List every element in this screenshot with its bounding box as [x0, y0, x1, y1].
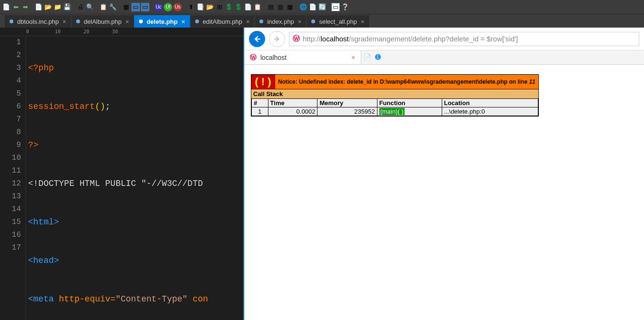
refresh-icon[interactable]: 🔄 — [318, 3, 327, 11]
badge-f-icon[interactable]: Uf — [164, 3, 172, 11]
grid-icon[interactable]: ▦ — [122, 3, 130, 11]
wamp-icon: Ⓦ — [292, 35, 300, 43]
cell-memory: 235952 — [317, 107, 377, 116]
tab-dbtools[interactable]: dbtools.inc.php × — [5, 15, 71, 28]
misc6-icon[interactable]: 💲 — [234, 3, 243, 11]
save-icon[interactable]: 💾 — [63, 3, 71, 11]
code-area[interactable]: <?php session_start(); ?> <!DOCTYPE HTML… — [26, 36, 243, 320]
main-toolbar: 📄 ⬅ ➡ 📄 📂 📁 💾 🖨 🔍 📋 🔧 ▦ ▭ ▭ Uc Uf Us ⬆ 📑… — [0, 0, 644, 14]
callstack-table: # Time Memory Function Location 1 0.0002… — [251, 98, 538, 116]
panel3-icon[interactable]: ▭ — [331, 3, 340, 11]
print-icon[interactable]: 🖨 — [76, 3, 85, 11]
misc1-icon[interactable]: ⬆ — [187, 3, 195, 11]
tab-close-icon[interactable]: × — [126, 18, 129, 25]
modified-dot-icon — [259, 19, 263, 23]
cell-function: {main}( ) — [377, 107, 442, 116]
url-text: http://localhost/sgrademangement/delete.… — [303, 35, 518, 43]
misc3-icon[interactable]: 📂 — [206, 3, 214, 11]
arrow-left-icon — [253, 35, 261, 43]
preview-icon[interactable]: 🔍 — [86, 3, 94, 11]
misc4-icon[interactable]: ⊞ — [215, 3, 224, 11]
warning-icon: ( ! ) — [251, 75, 275, 89]
tab-delalbum[interactable]: delAlbum.php × — [71, 15, 134, 28]
badge-s-icon[interactable]: Us — [173, 3, 182, 11]
line-gutter: 1234567891011121314151617 — [0, 36, 26, 320]
misc7-icon[interactable]: 📄 — [244, 3, 252, 11]
modified-dot-icon — [195, 19, 199, 23]
table-header-row: # Time Memory Function Location — [252, 99, 538, 107]
xdebug-header: ( ! ) Notice: Undefined index: delete_id… — [251, 75, 538, 89]
function-link[interactable]: {main}( ) — [379, 108, 405, 115]
tab-close-icon[interactable]: × — [298, 18, 302, 25]
browser-tab-close-icon[interactable]: × — [351, 54, 355, 61]
th-memory: Memory — [317, 99, 377, 107]
browser-tab-bar: Ⓦ localhost × 📄 🅔 — [244, 50, 644, 65]
th-function: Function — [377, 99, 442, 107]
forward-button[interactable] — [269, 31, 285, 47]
browser-nav: Ⓦ http://localhost/sgrademangement/delet… — [244, 28, 644, 50]
tool1-icon[interactable]: 📋 — [99, 3, 108, 11]
url-bar[interactable]: Ⓦ http://localhost/sgrademangement/delet… — [289, 32, 639, 46]
editor-pane: 0 10 20 30 1234567891011121314151617 <?p… — [0, 28, 244, 320]
browser-mini-toolbar: 📄 🅔 — [361, 53, 384, 62]
misc8-icon[interactable]: 📋 — [253, 3, 262, 11]
cell-time: 0.0002 — [268, 107, 317, 116]
ruler: 0 10 20 30 — [0, 28, 243, 36]
nav-back-icon[interactable]: ⬅ — [11, 3, 20, 11]
browser-pane: Ⓦ http://localhost/sgrademangement/delet… — [244, 28, 644, 320]
browser-tab-title: localhost — [260, 54, 287, 61]
new-file-icon[interactable]: 📄 — [2, 3, 10, 11]
nav-fwd-icon[interactable]: ➡ — [21, 3, 30, 11]
tab-close-icon[interactable]: × — [361, 18, 365, 25]
tab-selectall[interactable]: select_all.php × — [307, 15, 369, 28]
tab-label: delete.php — [147, 18, 178, 25]
view1-icon[interactable]: ▤ — [267, 3, 275, 11]
tab-close-icon[interactable]: × — [62, 18, 66, 25]
tab-label: dbtools.inc.php — [17, 18, 59, 25]
modified-dot-icon — [139, 19, 143, 23]
tab-label: select_all.php — [319, 18, 357, 25]
tab-close-icon[interactable]: × — [181, 18, 185, 25]
help-icon[interactable]: ❔ — [341, 3, 349, 11]
editor-body[interactable]: 1234567891011121314151617 <?php session_… — [0, 36, 243, 320]
globe-icon[interactable]: 🌐 — [299, 3, 307, 11]
tab-editalbum[interactable]: editAlbum.php × — [190, 15, 255, 28]
tool2-icon[interactable]: 🔧 — [109, 3, 117, 11]
modified-dot-icon — [311, 19, 315, 23]
tab-label: delAlbum.php — [84, 18, 122, 25]
file-tab-bar: dbtools.inc.php × delAlbum.php × delete.… — [0, 14, 644, 28]
wamp-icon: Ⓦ — [250, 53, 257, 62]
badge-c-icon[interactable]: Uc — [154, 3, 163, 11]
callstack-label: Call Stack — [251, 89, 538, 98]
modified-dot-icon — [10, 19, 13, 23]
xdebug-message: Notice: Undefined index: delete_id in D:… — [275, 78, 538, 85]
tab-index[interactable]: index.php × — [255, 15, 307, 28]
modified-dot-icon — [76, 19, 80, 23]
panel1-icon[interactable]: ▭ — [131, 3, 140, 11]
table-row: 1 0.0002 235952 {main}( ) ...\delete.php… — [252, 107, 538, 116]
ie-icon[interactable]: 🅔 — [374, 53, 382, 62]
view3-icon[interactable]: ▦ — [286, 3, 294, 11]
tab-close-icon[interactable]: × — [246, 18, 250, 25]
view2-icon[interactable]: ▥ — [276, 3, 285, 11]
cell-num: 1 — [252, 107, 268, 116]
misc2-icon[interactable]: 📑 — [196, 3, 205, 11]
cell-location: ...\delete.php:0 — [442, 107, 538, 116]
open-icon[interactable]: 📂 — [44, 3, 52, 11]
doc2-icon[interactable]: 📄 — [308, 3, 317, 11]
misc5-icon[interactable]: 💲 — [225, 3, 233, 11]
main-split: 0 10 20 30 1234567891011121314151617 <?p… — [0, 28, 644, 320]
th-time: Time — [268, 99, 317, 107]
doc-icon[interactable]: 📄 — [34, 3, 43, 11]
arrow-right-icon — [273, 35, 281, 43]
back-button[interactable] — [249, 31, 265, 47]
tab-label: editAlbum.php — [203, 18, 242, 25]
tab-label: index.php — [267, 18, 294, 25]
folder-icon[interactable]: 📁 — [53, 3, 62, 11]
browser-content: ( ! ) Notice: Undefined index: delete_id… — [244, 65, 644, 320]
tab-delete[interactable]: delete.php × — [134, 15, 190, 28]
th-num: # — [252, 99, 268, 107]
browser-tab[interactable]: Ⓦ localhost × — [244, 50, 361, 64]
panel2-icon[interactable]: ▭ — [141, 3, 149, 11]
new-tab-icon[interactable]: 📄 — [363, 53, 372, 62]
